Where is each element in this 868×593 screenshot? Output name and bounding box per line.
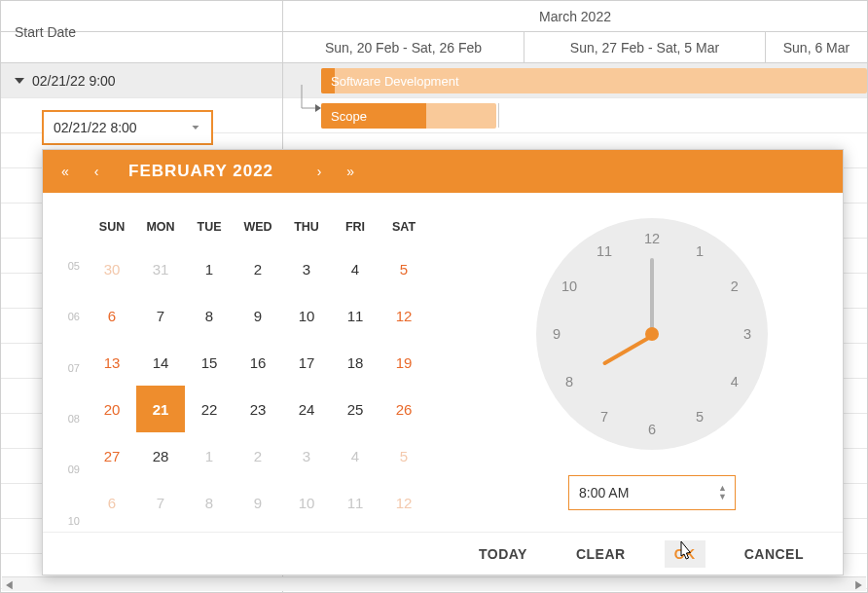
week-header[interactable]: Sun, 6 Mar [765,32,867,62]
next-month-button[interactable]: › [305,157,334,186]
calendar-day[interactable]: 25 [331,386,380,432]
calendar-day[interactable]: 3 [282,432,331,479]
spin-down-icon[interactable]: ▼ [718,493,727,501]
picker-title[interactable]: FEBRUARY 2022 [128,162,273,181]
calendar-day[interactable]: 18 [331,339,380,386]
calendar-day[interactable]: 4 [331,432,380,479]
calendar-grid: SUNMONTUEWEDTHUFRISAT 303112345678910111… [88,208,461,532]
time-input[interactable]: 8:00 AM ▲ ▼ [568,475,736,510]
time-input-value: 8:00 AM [579,485,629,500]
clock-number: 6 [648,422,656,437]
calendar-day[interactable]: 24 [282,386,331,432]
next-year-button[interactable]: » [336,157,365,186]
clear-button[interactable]: CLEAR [566,540,635,568]
expand-icon[interactable] [15,78,24,84]
calendar-week-row: 303112345 [88,245,455,292]
task-startdate-value: 02/21/22 9:00 [32,73,116,89]
calendar-day[interactable]: 4 [331,245,380,292]
calendar-day[interactable]: 16 [234,339,282,386]
task-row[interactable]: 02/21/22 9:00 Software Development [1,63,867,98]
calendar-day[interactable]: 5 [380,245,428,292]
calendar-day[interactable]: 12 [380,292,428,339]
calendar-day[interactable]: 9 [234,479,282,526]
calendar-day[interactable]: 15 [185,339,234,386]
column-header-label: Start Date [15,24,76,40]
calendar-week-row: 272812345 [88,432,455,479]
calendar-day[interactable]: 8 [185,479,234,526]
task-row-left[interactable]: 02/21/22 9:00 [1,63,282,97]
clock-number: 3 [743,326,751,342]
calendar-day[interactable]: 3 [282,245,331,292]
calendar-day[interactable]: 31 [136,245,185,292]
week-header-label: Sun, 27 Feb - Sat, 5 Mar [570,40,719,56]
scroll-right-icon[interactable]: ► [853,576,864,592]
calendar-day[interactable]: 19 [380,339,428,386]
calendar-day[interactable]: 2 [234,432,282,479]
week-header-label: Sun, 20 Feb - Sat, 26 Feb [325,40,482,56]
calendar-day[interactable]: 27 [88,432,136,479]
day-of-week-row: SUNMONTUEWEDTHUFRISAT [88,208,455,245]
calendar-day[interactable]: 11 [331,479,380,526]
calendar-day[interactable]: 8 [185,292,234,339]
clock-number: 11 [597,243,612,259]
calendar-day[interactable]: 1 [185,432,234,479]
week-number: 06 [68,306,80,327]
calendar-day[interactable]: 30 [88,245,136,292]
calendar-day[interactable]: 5 [380,432,428,479]
calendar-day[interactable]: 17 [282,339,331,386]
clock-number: 4 [731,374,739,389]
calendar-day[interactable]: 6 [88,292,136,339]
day-of-week-label: FRI [331,208,380,245]
day-of-week-label: SAT [380,208,428,245]
day-of-week-label: TUE [185,208,234,245]
clock-number: 10 [561,278,577,294]
calendar-day[interactable]: 14 [136,339,185,386]
prev-year-button[interactable]: « [51,157,80,186]
minute-hand[interactable] [650,258,654,336]
analog-clock[interactable]: 121234567891011 [536,218,768,450]
calendar-day[interactable]: 10 [282,292,331,339]
today-button[interactable]: TODAY [469,540,537,568]
dependency-link-icon [298,85,323,120]
mouse-cursor-icon [675,539,695,563]
week-number: 09 [68,459,80,480]
calendar-day[interactable]: 11 [331,292,380,339]
prev-month-button[interactable]: ‹ [82,157,111,186]
task-row-right: Scope [282,98,867,132]
calendar-day[interactable]: 6 [88,479,136,526]
scroll-left-icon[interactable]: ◄ [4,576,15,592]
calendar-day[interactable]: 2 [234,245,282,292]
week-header[interactable]: Sun, 20 Feb - Sat, 26 Feb [282,32,524,62]
startdate-editor[interactable]: 02/21/22 8:00 ▼ [42,110,213,145]
clock-number: 1 [696,243,704,259]
calendar-day[interactable]: 26 [380,386,428,432]
clock-number: 8 [565,374,573,389]
week-number: 10 [68,510,80,532]
calendar-day[interactable]: 10 [282,479,331,526]
calendar-day[interactable]: 7 [136,479,185,526]
double-chevron-right-icon: » [346,164,354,179]
gantt-bar[interactable]: Software Development [321,68,867,93]
calendar-day[interactable]: 28 [136,432,185,479]
calendar-day[interactable]: 7 [136,292,185,339]
calendar-day[interactable]: 23 [234,386,282,432]
week-header[interactable]: Sun, 27 Feb - Sat, 5 Mar [524,32,765,62]
calendar-day[interactable]: 22 [185,386,234,432]
calendar-pane: 050607080910 SUNMONTUEWEDTHUFRISAT 30311… [43,193,461,532]
calendar-day[interactable]: 20 [88,386,136,432]
dropdown-icon[interactable]: ▼ [190,124,201,131]
startdate-editor-value: 02/21/22 8:00 [54,120,137,135]
hour-hand[interactable] [602,334,653,365]
calendar-day[interactable]: 21 [136,386,185,432]
cancel-button[interactable]: CANCEL [735,540,814,568]
calendar-week-row: 13141516171819 [88,339,455,386]
calendar-day[interactable]: 9 [234,292,282,339]
horizontal-scrollbar[interactable]: ◄ ► [2,576,866,591]
gantt-bar[interactable]: Scope [321,103,496,129]
calendar-day[interactable]: 12 [380,479,428,526]
calendar-day[interactable]: 13 [88,339,136,386]
calendar-day[interactable]: 1 [185,245,234,292]
column-header-startdate: Start Date [1,1,282,63]
time-spinner[interactable]: ▲ ▼ [718,484,727,501]
day-of-week-label: WED [234,208,282,245]
